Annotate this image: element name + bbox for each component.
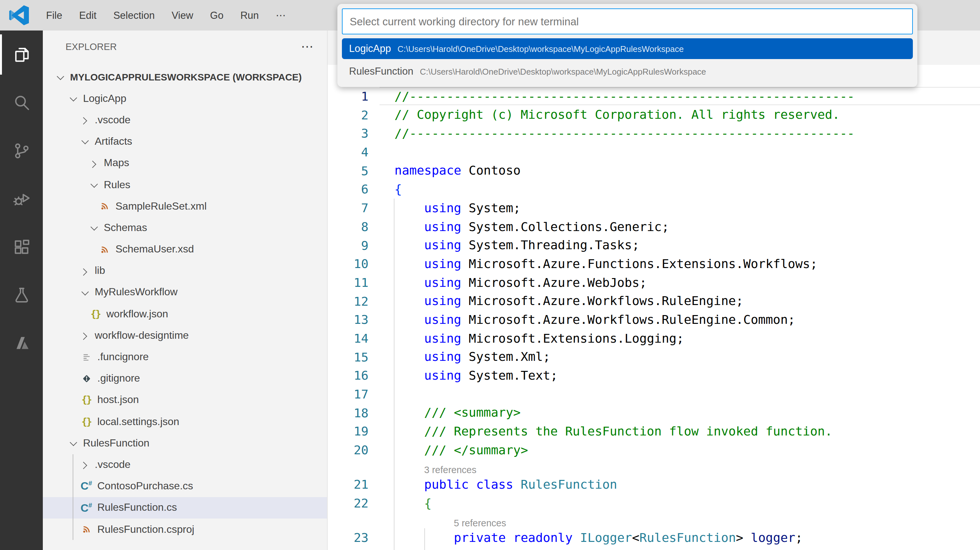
- tree-item-myrulesworkflow[interactable]: MyRulesWorkflow: [43, 282, 327, 303]
- code-text: /// Represents the RulesFunction flow in…: [395, 422, 832, 440]
- menu-item-selection[interactable]: Selection: [105, 0, 163, 30]
- code-text: {: [395, 180, 402, 198]
- code-line-1: 1//-------------------------------------…: [328, 87, 980, 105]
- tree-item-vscode[interactable]: .vscode: [43, 454, 327, 475]
- codelens-references[interactable]: 5 references: [328, 512, 980, 528]
- cs-file-icon: C#: [80, 481, 92, 492]
- line-number: 14: [328, 331, 369, 345]
- tree-item-label: SampleRuleSet.xml: [116, 200, 207, 212]
- menu-item-file[interactable]: File: [38, 0, 71, 30]
- quick-pick-item-rulesfunction[interactable]: RulesFunctionC:\Users\Harold\OneDrive\De…: [342, 61, 913, 82]
- tree-item-rulesfunction-csproj[interactable]: RulesFunction.csproj: [43, 518, 327, 540]
- quick-pick-item-label: LogicApp: [349, 43, 391, 54]
- code-line-3: 3//-------------------------------------…: [328, 124, 980, 142]
- tree-item-rulesfunction-cs[interactable]: C#RulesFunction.cs: [43, 497, 327, 518]
- quick-pick-item-path: C:\Users\Harold\OneDrive\Desktop\workspa…: [398, 44, 684, 54]
- quick-pick-item-path: C:\Users\Harold\OneDrive\Desktop\workspa…: [420, 67, 706, 76]
- code-line-12: 12 using Microsoft.Azure.Workflows.RuleE…: [328, 292, 980, 310]
- run-debug-icon[interactable]: [0, 175, 43, 223]
- line-number: 9: [328, 238, 369, 252]
- tree-item-label: .vscode: [95, 459, 130, 470]
- line-number: 6: [328, 182, 369, 196]
- extensions-icon[interactable]: [0, 223, 43, 271]
- code-line-4: 4: [328, 143, 980, 161]
- code-editor[interactable]: 1//-------------------------------------…: [328, 87, 980, 550]
- code-line-15: 15 using System.Xml;: [328, 348, 980, 366]
- code-line-8: 8 using System.Collections.Generic;: [328, 217, 980, 236]
- tree-item-rules[interactable]: Rules: [43, 174, 327, 195]
- source-control-icon[interactable]: [0, 126, 43, 175]
- code-text: using System.Collections.Generic;: [395, 217, 669, 236]
- tree-item-logicapp[interactable]: LogicApp: [43, 88, 327, 109]
- line-number: 16: [328, 368, 369, 383]
- menu-item-edit[interactable]: Edit: [71, 0, 105, 30]
- more-actions-icon[interactable]: ⋯: [301, 43, 314, 50]
- codelens-references[interactable]: 3 references: [328, 459, 980, 475]
- tree-item-mylogicapprulesworkspace-workspace[interactable]: MYLOGICAPPRULESWORKSPACE (WORKSPACE): [43, 66, 327, 88]
- code-line-7: 7 using System;: [328, 199, 980, 217]
- code-text: {: [395, 494, 431, 512]
- code-text: public class RulesFunction: [395, 475, 617, 494]
- tree-item-lib[interactable]: lib: [43, 260, 327, 281]
- quick-pick-list: LogicAppC:\Users\Harold\OneDrive\Desktop…: [337, 38, 917, 82]
- activity-bar: [0, 30, 43, 550]
- menu-item-go[interactable]: Go: [202, 0, 232, 30]
- json-file-icon: {}: [80, 394, 92, 406]
- tree-item-funcignore[interactable]: .funcignore: [43, 346, 327, 368]
- tree-item-workflow-designtime[interactable]: workflow-designtime: [43, 325, 327, 346]
- code-text: /// <summary>: [395, 403, 521, 422]
- chevron-right-icon: [79, 268, 89, 273]
- chevron-down-icon: [88, 182, 99, 187]
- tree-item-gitignore[interactable]: .gitignore: [43, 368, 327, 389]
- tree-item-label: LogicApp: [83, 93, 126, 105]
- tree-item-workflow-json[interactable]: {}workflow.json: [43, 303, 327, 325]
- tree-item-label: workflow-designtime: [95, 330, 189, 341]
- tree-item-label: .vscode: [95, 114, 130, 126]
- code-line-20: 20 /// </summary>: [328, 441, 980, 459]
- code-text: // Copyright (c) Microsoft Corporation. …: [395, 105, 840, 124]
- xml-file-icon: [99, 244, 110, 254]
- azure-icon[interactable]: [0, 319, 43, 367]
- line-number: 2: [328, 107, 369, 122]
- quick-pick-input[interactable]: [342, 8, 913, 34]
- sidebar-title: EXPLORER: [65, 41, 117, 52]
- tree-item-label: Schemas: [104, 222, 147, 234]
- indent-guide: [73, 454, 73, 540]
- code-line-2: 2// Copyright (c) Microsoft Corporation.…: [328, 105, 980, 124]
- quick-pick-item-logicapp[interactable]: LogicAppC:\Users\Harold\OneDrive\Desktop…: [342, 38, 913, 59]
- tree-item-maps[interactable]: Maps: [43, 153, 327, 174]
- code-text: /// </summary>: [395, 441, 528, 459]
- tree-item-label: .funcignore: [97, 351, 149, 363]
- tree-item-artifacts[interactable]: Artifacts: [43, 131, 327, 152]
- tree-item-label: RulesFunction: [83, 437, 150, 449]
- code-text: using Microsoft.Azure.WebJobs;: [395, 273, 647, 292]
- chevron-right-icon: [79, 118, 89, 122]
- menu-item-more[interactable]: ⋯: [267, 0, 294, 30]
- code-line-10: 10 using Microsoft.Azure.Functions.Exten…: [328, 254, 980, 273]
- menu-item-run[interactable]: Run: [232, 0, 267, 30]
- tree-item-schemas[interactable]: Schemas: [43, 217, 327, 239]
- chevron-right-icon: [88, 161, 99, 166]
- tree-item-contosopurchase-cs[interactable]: C#ContosoPurchase.cs: [43, 475, 327, 497]
- tree-item-host-json[interactable]: {}host.json: [43, 389, 327, 411]
- search-icon[interactable]: [0, 78, 43, 126]
- line-number: 21: [328, 477, 369, 492]
- line-number: 13: [328, 312, 369, 327]
- tree-item-rulesfunction[interactable]: RulesFunction: [43, 432, 327, 454]
- code-line-6: 6{: [328, 180, 980, 198]
- sidebar-header: EXPLORER ⋯: [43, 30, 327, 63]
- line-number: 17: [328, 387, 369, 401]
- code-line-17: 17: [328, 384, 980, 403]
- files-icon[interactable]: [0, 30, 43, 78]
- tree-item-local-settings-json[interactable]: {}local.settings.json: [43, 411, 327, 432]
- tree-item-label: local.settings.json: [97, 416, 180, 427]
- menu-item-view[interactable]: View: [163, 0, 202, 30]
- code-line-24: 24: [328, 547, 980, 550]
- code-line-21: 21 public class RulesFunction: [328, 475, 980, 494]
- tree-item-schemauser-xsd[interactable]: SchemaUser.xsd: [43, 239, 327, 260]
- code-text: private readonly ILogger<RulesFunction> …: [395, 528, 803, 547]
- tree-item-vscode[interactable]: .vscode: [43, 109, 327, 131]
- test-beaker-icon[interactable]: [0, 271, 43, 319]
- tree-item-sampleruleset-xml[interactable]: SampleRuleSet.xml: [43, 195, 327, 217]
- code-line-14: 14 using Microsoft.Extensions.Logging;: [328, 329, 980, 347]
